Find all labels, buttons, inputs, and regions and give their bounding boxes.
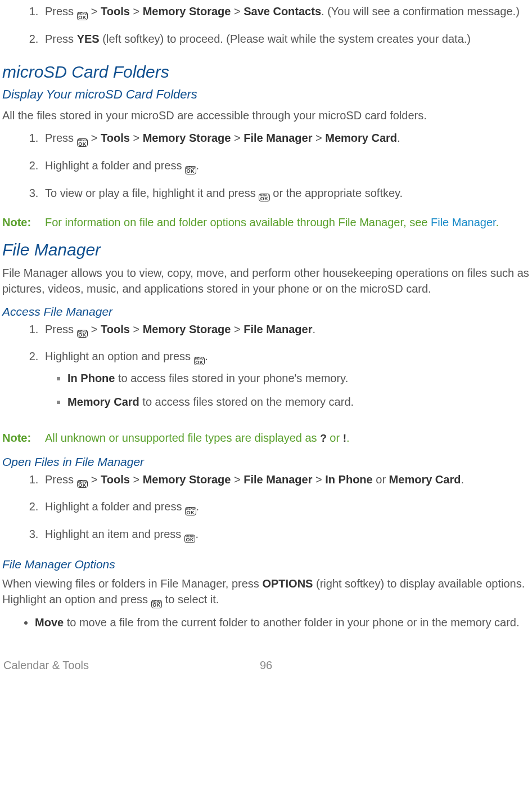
step-item: Press MENUOK > Tools > Memory Storage > … — [42, 321, 530, 349]
note-block: Note: For information on file and folder… — [2, 214, 530, 230]
subheading-fm-options: File Manager Options — [2, 556, 530, 572]
note-text: All unknown or unsupported file types ar… — [45, 430, 530, 446]
menu-ok-key-icon: MENUOK — [77, 138, 88, 147]
step-item: Press MENUOK > Tools > Memory Storage > … — [42, 472, 530, 499]
menu-ok-key-icon: MENUOK — [194, 357, 205, 365]
heading-microsd-folders: microSD Card Folders — [2, 60, 530, 84]
display-folders-steps: Press MENUOK > Tools > Memory Storage > … — [2, 130, 530, 212]
menu-ok-key-icon: MENUOK — [185, 166, 196, 174]
note-label: Note: — [2, 214, 45, 230]
open-files-steps: Press MENUOK > Tools > Memory Storage > … — [2, 472, 530, 554]
note-text: For information on file and folder optio… — [45, 214, 530, 230]
step-item: Highlight an option and press MENUOK. In… — [42, 348, 530, 428]
step-item: Highlight an item and press MENUOK. — [42, 526, 530, 554]
note-block: Note: All unknown or unsupported file ty… — [2, 430, 530, 446]
step-item: Press MENUOK > Tools > Memory Storage > … — [42, 3, 530, 31]
sub-options-list: In Phone to access files stored in your … — [45, 370, 530, 418]
page-footer: Calendar & Tools 96 — [2, 657, 530, 671]
step-item: Press YES (left softkey) to proceed. (Pl… — [42, 31, 530, 57]
list-item: Move to move a file from the current fol… — [35, 614, 530, 638]
step-item: Press MENUOK > Tools > Memory Storage > … — [42, 130, 530, 158]
heading-file-manager: File Manager — [2, 238, 530, 262]
menu-ok-key-icon: MENUOK — [259, 194, 270, 202]
body-text: All the files stored in your microSD are… — [2, 107, 530, 123]
body-text: File Manager allows you to view, copy, m… — [2, 265, 530, 297]
menu-ok-key-icon: MENUOK — [184, 535, 196, 543]
menu-ok-key-icon: MENUOK — [185, 507, 196, 515]
subheading-display-folders: Display Your microSD Card Folders — [2, 86, 530, 104]
page-number: 96 — [2, 657, 530, 673]
menu-ok-key-icon: MENUOK — [77, 480, 88, 488]
list-item: Memory Card to access files stored on th… — [67, 394, 530, 418]
list-item: In Phone to access files stored in your … — [67, 370, 530, 394]
access-fm-steps: Press MENUOK > Tools > Memory Storage > … — [2, 321, 530, 428]
menu-ok-key-icon: MENUOK — [77, 330, 88, 338]
menu-ok-key-icon: MENUOK — [77, 12, 88, 20]
step-item: Highlight a folder and press MENUOK. — [42, 499, 530, 526]
step-item: Highlight a folder and press MENUOK. — [42, 158, 530, 185]
question-mark-icon: ? — [320, 431, 327, 446]
note-label: Note: — [2, 430, 45, 446]
file-manager-link[interactable]: File Manager — [431, 216, 496, 228]
subheading-open-files: Open Files in File Manager — [2, 454, 530, 470]
body-text: When viewing files or folders in File Ma… — [2, 576, 530, 609]
menu-ok-key-icon: MENUOK — [151, 600, 163, 608]
fm-options-list: Move to move a file from the current fol… — [2, 614, 530, 638]
step-item: To view or play a file, highlight it and… — [42, 185, 530, 213]
subheading-access-fm: Access File Manager — [2, 303, 530, 320]
save-contacts-steps: Press MENUOK > Tools > Memory Storage > … — [2, 3, 530, 57]
